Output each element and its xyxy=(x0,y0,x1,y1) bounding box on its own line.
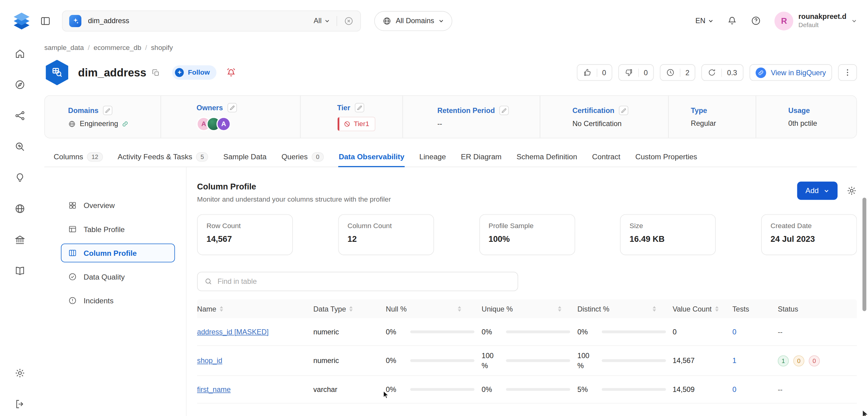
search-icon xyxy=(204,278,213,286)
nav-domains-icon[interactable] xyxy=(14,203,25,214)
language-dropdown[interactable]: EN xyxy=(695,17,714,25)
tab-activity-feeds[interactable]: Activity Feeds & Tasks 5 xyxy=(117,150,209,167)
column-profile-panel: Column Profile Monitor and understand yo… xyxy=(187,167,857,416)
chevron-down-icon xyxy=(851,18,857,24)
downvote-button[interactable]: 0 xyxy=(618,64,654,81)
nav-settings-gear-icon[interactable] xyxy=(14,367,25,379)
nav-lineage-graph-icon[interactable] xyxy=(14,110,25,121)
nav-insights-icon[interactable] xyxy=(14,172,25,183)
status-success-badge[interactable]: 1 xyxy=(778,355,789,366)
upvote-button[interactable]: 0 xyxy=(577,64,612,81)
tier-label: Tier xyxy=(337,103,350,111)
user-menu[interactable]: R rounakpreet.d Default xyxy=(775,11,857,30)
tab-lineage[interactable]: Lineage xyxy=(419,150,446,167)
stat-card-size: Size 16.49 KB xyxy=(620,214,716,255)
version-history-button[interactable]: 2 xyxy=(660,64,695,81)
follow-button[interactable]: + Follow xyxy=(173,65,217,79)
data-type-value: numeric xyxy=(313,328,386,336)
nav-logout-icon[interactable] xyxy=(14,398,25,410)
nav-explore-icon[interactable] xyxy=(14,79,25,90)
edit-pencil-icon[interactable] xyxy=(227,103,237,112)
column-header-value-count[interactable]: Value Count xyxy=(673,305,732,313)
tab-er-diagram[interactable]: ER Diagram xyxy=(460,150,502,167)
global-search[interactable]: All xyxy=(62,10,361,31)
find-in-table-input[interactable] xyxy=(217,278,511,286)
domain-value[interactable]: Engineering xyxy=(80,120,118,128)
subnav-data-quality[interactable]: Data Quality xyxy=(61,267,175,286)
breadcrumb-item[interactable]: shopify xyxy=(151,44,173,52)
sidebar-toggle-icon[interactable] xyxy=(40,15,51,26)
status-aborted-badge[interactable]: 0 xyxy=(794,355,804,366)
owner-avatar[interactable]: A xyxy=(217,117,231,131)
nav-observability-icon[interactable] xyxy=(14,141,25,152)
tab-schema-definition[interactable]: Schema Definition xyxy=(516,150,578,167)
alert-circle-icon xyxy=(68,296,77,305)
breadcrumb-item[interactable]: sample_data xyxy=(44,44,84,52)
column-header-data-type[interactable]: Data Type xyxy=(313,305,386,313)
edit-pencil-icon[interactable] xyxy=(499,106,509,115)
column-name-link[interactable]: first_name xyxy=(197,385,230,393)
copy-name-icon[interactable] xyxy=(152,68,160,76)
app-logo[interactable] xyxy=(11,10,32,31)
nav-home-icon[interactable] xyxy=(14,48,25,59)
table-header-row: Name Data Type Null % xyxy=(197,299,857,318)
observability-content: Overview Table Profile Column Profile xyxy=(44,167,857,416)
all-domains-dropdown[interactable]: All Domains xyxy=(374,11,453,30)
edit-pencil-icon[interactable] xyxy=(619,106,628,115)
tab-contract[interactable]: Contract xyxy=(591,150,621,167)
null-progress-bar xyxy=(410,330,474,333)
tests-link[interactable]: 0 xyxy=(733,328,737,336)
refresh-score-button[interactable]: 0.3 xyxy=(702,64,743,81)
column-header-name[interactable]: Name xyxy=(197,305,313,313)
columns-icon xyxy=(68,249,77,257)
tab-sample-data[interactable]: Sample Data xyxy=(223,150,267,167)
owners-label: Owners xyxy=(196,103,223,111)
chevron-down-icon xyxy=(439,18,444,24)
external-link-icon xyxy=(755,67,766,78)
scrollbar-thumb[interactable] xyxy=(863,198,866,311)
breadcrumb-item[interactable]: ecommerce_db xyxy=(93,44,141,52)
subnav-table-profile[interactable]: Table Profile xyxy=(61,220,175,239)
status-value: -- xyxy=(778,328,857,336)
help-icon[interactable] xyxy=(751,15,762,26)
grid-icon xyxy=(68,201,77,210)
ai-sparkle-icon[interactable] xyxy=(69,14,81,27)
nav-glossary-icon[interactable] xyxy=(14,265,25,276)
column-header-distinct-pct[interactable]: Distinct % xyxy=(578,305,673,313)
find-in-table[interactable] xyxy=(197,271,518,291)
tests-link[interactable]: 0 xyxy=(733,385,737,393)
edit-pencil-icon[interactable] xyxy=(103,106,113,115)
profiler-settings-gear-icon[interactable] xyxy=(846,186,857,196)
tab-count-badge: 0 xyxy=(312,152,324,162)
globe-icon xyxy=(68,120,76,128)
tab-queries[interactable]: Queries 0 xyxy=(281,150,324,167)
nav-govern-icon[interactable] xyxy=(14,234,25,245)
tests-link[interactable]: 1 xyxy=(733,357,737,365)
subnav-incidents[interactable]: Incidents xyxy=(61,291,175,310)
column-header-tests[interactable]: Tests xyxy=(733,305,778,313)
search-scope-dropdown[interactable]: All xyxy=(314,17,330,25)
search-input[interactable] xyxy=(88,17,307,25)
more-actions-button[interactable] xyxy=(838,64,857,81)
tab-count-badge: 12 xyxy=(87,152,103,162)
column-header-unique-pct[interactable]: Unique % xyxy=(482,305,577,313)
add-button[interactable]: Add xyxy=(797,182,838,200)
clear-search-icon[interactable] xyxy=(344,16,354,26)
tab-data-observability[interactable]: Data Observability xyxy=(338,150,405,167)
view-in-bigquery-button[interactable]: View in BigQuery xyxy=(749,64,832,81)
column-header-null-pct[interactable]: Null % xyxy=(386,305,482,313)
column-name-link[interactable]: shop_id xyxy=(197,357,222,365)
tab-custom-properties[interactable]: Custom Properties xyxy=(635,150,698,167)
edit-pencil-icon[interactable] xyxy=(354,103,364,112)
column-header-status[interactable]: Status xyxy=(778,305,857,313)
subnav-overview[interactable]: Overview xyxy=(61,196,175,215)
column-name-link[interactable]: address_id [MASKED] xyxy=(197,328,269,336)
notifications-bell-icon[interactable] xyxy=(727,15,738,26)
stat-card-profile-sample: Profile Sample 100% xyxy=(479,214,575,255)
announcement-alarm-icon[interactable] xyxy=(225,67,237,78)
status-failed-badge[interactable]: 0 xyxy=(809,355,820,366)
subnav-column-profile[interactable]: Column Profile xyxy=(61,244,175,262)
tier-badge[interactable]: Tier1 xyxy=(337,117,375,131)
metadata-type: Type Regular xyxy=(668,96,755,138)
tab-columns[interactable]: Columns 12 xyxy=(53,150,103,167)
